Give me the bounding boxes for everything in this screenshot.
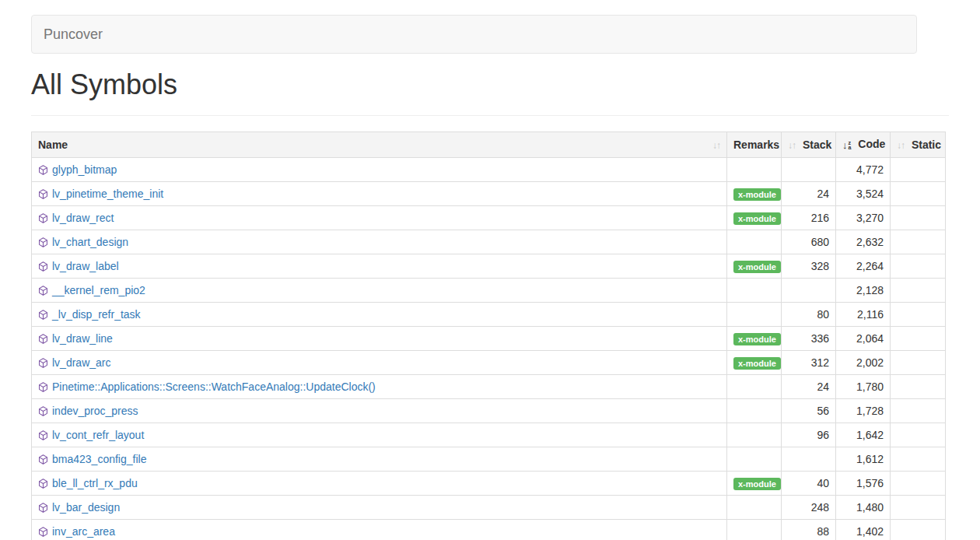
symbol-link[interactable]: lv_draw_rect: [52, 212, 114, 224]
stack-cell: 336: [782, 327, 836, 351]
column-header-name[interactable]: ↓↑ Name: [32, 132, 727, 158]
table-row: glyph_bitmap4,772: [32, 158, 946, 182]
stack-cell: 24: [782, 182, 836, 206]
page-header: All Symbols: [31, 69, 949, 116]
sort-unsorted-icon: ↓↑: [712, 139, 720, 153]
code-cell: 1,576: [836, 472, 891, 496]
static-cell: [891, 399, 946, 423]
table-row: lv_cont_refr_layout961,642: [32, 423, 946, 447]
symbol-link[interactable]: inv_arc_area: [52, 525, 115, 538]
symbol-link[interactable]: __kernel_rem_pio2: [52, 284, 145, 296]
cube-icon: [38, 309, 48, 319]
code-cell: 1,642: [836, 423, 891, 447]
code-cell: 3,524: [836, 182, 891, 206]
static-cell: [891, 303, 946, 327]
column-header-code[interactable]: ↓za Code: [836, 132, 891, 158]
symbol-name-cell: lv_cont_refr_layout: [32, 423, 727, 447]
table-row: lv_bar_design2481,480: [32, 496, 946, 520]
table-row: lv_draw_linex-module3362,064: [32, 327, 946, 351]
remarks-cell: x-module: [727, 206, 782, 230]
static-cell: [891, 423, 946, 447]
code-cell: 1,480: [836, 496, 891, 520]
stack-cell: 216: [782, 206, 836, 230]
stack-cell: [782, 158, 836, 182]
remarks-cell: [727, 158, 782, 182]
symbol-link[interactable]: lv_draw_arc: [52, 356, 110, 369]
cube-icon: [38, 502, 48, 512]
symbol-name-cell: _lv_disp_refr_task: [32, 303, 727, 327]
column-label-name: Name: [38, 139, 68, 151]
remarks-cell: [727, 399, 782, 423]
symbol-name-cell: lv_bar_design: [32, 496, 727, 520]
symbol-link[interactable]: indev_proc_press: [52, 405, 138, 417]
symbol-link[interactable]: lv_bar_design: [52, 501, 120, 514]
static-cell: [891, 520, 946, 540]
table-row: lv_draw_rectx-module2163,270: [32, 206, 946, 230]
static-cell: [891, 375, 946, 399]
sort-alpha-desc-icon: ↓za: [842, 139, 851, 153]
sort-unsorted-icon: ↓↑: [897, 139, 905, 153]
symbol-name-cell: lv_draw_arc: [32, 351, 727, 375]
column-label-remarks: Remarks: [733, 139, 779, 151]
cube-icon: [38, 526, 48, 536]
stack-cell: 312: [782, 351, 836, 375]
code-cell: 2,128: [836, 279, 891, 303]
static-cell: [891, 158, 946, 182]
column-header-static[interactable]: ↓↑ Static: [891, 132, 946, 158]
symbol-link[interactable]: Pinetime::Applications::Screens::WatchFa…: [52, 380, 376, 393]
static-cell: [891, 327, 946, 351]
symbol-link[interactable]: lv_draw_line: [52, 332, 113, 345]
code-cell: 4,772: [836, 158, 891, 182]
cube-icon: [38, 381, 48, 391]
symbol-name-cell: inv_arc_area: [32, 520, 727, 540]
navbar-brand[interactable]: Puncover: [32, 16, 114, 53]
symbol-name-cell: indev_proc_press: [32, 399, 727, 423]
cube-icon: [38, 430, 48, 440]
static-cell: [891, 472, 946, 496]
static-cell: [891, 182, 946, 206]
remarks-cell: [727, 496, 782, 520]
cube-icon: [38, 333, 48, 343]
column-header-remarks[interactable]: Remarks: [727, 132, 782, 158]
static-cell: [891, 279, 946, 303]
table-row: lv_pinetime_theme_initx-module243,524: [32, 182, 946, 206]
symbol-link[interactable]: glyph_bitmap: [52, 163, 117, 176]
symbol-link[interactable]: lv_cont_refr_layout: [52, 429, 144, 441]
stack-cell: 680: [782, 230, 836, 254]
table-row: ble_ll_ctrl_rx_pdux-module401,576: [32, 472, 946, 496]
cube-icon: [38, 261, 48, 271]
stack-cell: 56: [782, 399, 836, 423]
symbol-link[interactable]: bma423_config_file: [52, 453, 146, 465]
table-row: inv_arc_area881,402: [32, 520, 946, 540]
stack-cell: 248: [782, 496, 836, 520]
x-module-badge: x-module: [733, 212, 781, 225]
cube-icon: [38, 237, 48, 247]
stack-cell: 88: [782, 520, 836, 540]
table-row: Pinetime::Applications::Screens::WatchFa…: [32, 375, 946, 399]
static-cell: [891, 447, 946, 472]
column-header-stack[interactable]: ↓↑ Stack: [782, 132, 836, 158]
symbol-link[interactable]: ble_ll_ctrl_rx_pdu: [52, 477, 138, 489]
static-cell: [891, 254, 946, 279]
stack-cell: [782, 447, 836, 472]
static-cell: [891, 496, 946, 520]
code-cell: 1,402: [836, 520, 891, 540]
table-row: bma423_config_file1,612: [32, 447, 946, 472]
code-cell: 1,728: [836, 399, 891, 423]
page-title: All Symbols: [31, 69, 949, 100]
symbol-name-cell: lv_draw_rect: [32, 206, 727, 230]
symbol-name-cell: __kernel_rem_pio2: [32, 279, 727, 303]
symbol-link[interactable]: lv_draw_label: [52, 260, 119, 272]
remarks-cell: x-module: [727, 472, 782, 496]
remarks-cell: [727, 279, 782, 303]
cube-icon: [38, 405, 48, 416]
symbol-name-cell: glyph_bitmap: [32, 158, 727, 182]
symbol-link[interactable]: _lv_disp_refr_task: [52, 308, 141, 321]
symbol-link[interactable]: lv_chart_design: [52, 236, 128, 248]
x-module-badge: x-module: [733, 333, 781, 345]
column-label-stack: Stack: [803, 139, 831, 151]
stack-cell: 96: [782, 423, 836, 447]
code-cell: 2,632: [836, 230, 891, 254]
navbar: Puncover: [31, 15, 917, 54]
symbol-link[interactable]: lv_pinetime_theme_init: [52, 188, 163, 200]
